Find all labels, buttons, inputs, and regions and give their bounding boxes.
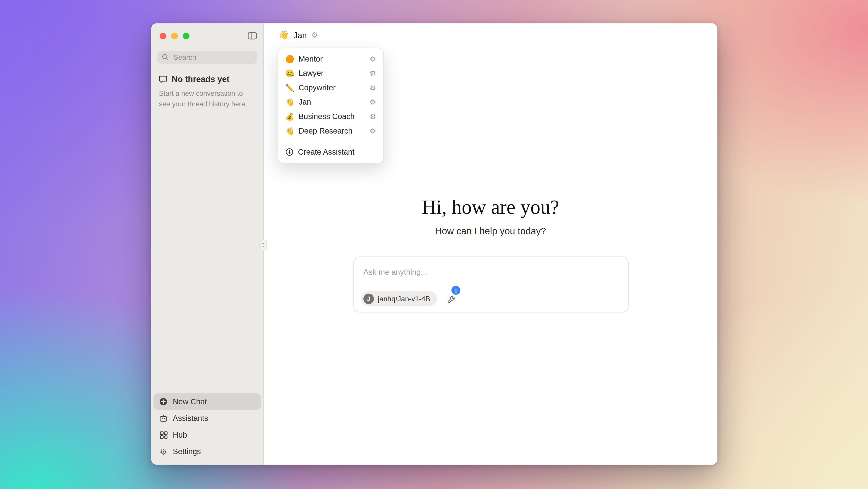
- menu-item-label: Business Coach: [299, 112, 355, 121]
- menu-item-label: Lawyer: [299, 69, 323, 78]
- gear-icon: ⚙: [159, 447, 168, 456]
- assistant-selector-button[interactable]: 👋 Jan ⚙: [279, 30, 318, 40]
- search-box[interactable]: [157, 51, 257, 64]
- greeting-subtitle: How can I help you today?: [264, 226, 717, 237]
- orange-circle-emoji-icon: 🟠: [285, 55, 294, 63]
- sidebar: No threads yet Start a new conversation …: [151, 23, 264, 465]
- greeting-block: Hi, how are you? How can I help you toda…: [264, 196, 717, 237]
- close-button[interactable]: [160, 33, 166, 39]
- tools-count-badge: 1: [452, 286, 460, 295]
- menu-item-mentor[interactable]: 🟠 Mentor ⚙: [281, 52, 380, 66]
- sidebar-resize-handle[interactable]: [260, 240, 267, 250]
- model-name-label: janhq/Jan-v1-4B: [378, 294, 430, 303]
- menu-item-business-coach[interactable]: 💰 Business Coach ⚙: [281, 109, 380, 124]
- window-controls: [151, 23, 263, 39]
- create-assistant-label: Create Assistant: [298, 147, 354, 156]
- wave-emoji-icon: 👋: [279, 30, 289, 40]
- assistant-gear-icon[interactable]: ⚙: [311, 31, 318, 39]
- gear-icon[interactable]: ⚙: [370, 69, 376, 77]
- menu-item-deep-research[interactable]: 👋 Deep Research ⚙: [281, 124, 380, 138]
- sidebar-item-label: New Chat: [173, 397, 207, 406]
- gear-icon[interactable]: ⚙: [370, 127, 376, 134]
- sidebar-item-label: Hub: [173, 430, 187, 439]
- wave-emoji-icon: 👋: [285, 98, 294, 106]
- desktop-background: No threads yet Start a new conversation …: [0, 0, 868, 489]
- plus-circle-icon: [285, 148, 293, 156]
- sidebar-item-label: Settings: [173, 447, 201, 456]
- sidebar-bottom-nav: New Chat Assistants: [151, 391, 263, 464]
- sidebar-item-assistants[interactable]: Assistants: [154, 410, 261, 427]
- assistant-name-label: Jan: [293, 30, 307, 40]
- menu-item-label: Jan: [299, 98, 311, 106]
- plus-circle-icon: [159, 397, 168, 406]
- model-selector-pill[interactable]: J janhq/Jan-v1-4B: [361, 292, 437, 306]
- menu-item-lawyer[interactable]: 🤐 Lawyer ⚙: [281, 66, 380, 80]
- grip-dots-icon: [262, 242, 265, 248]
- create-assistant-button[interactable]: Create Assistant: [281, 144, 380, 160]
- main-panel: 👋 Jan ⚙ 🟠 Mentor ⚙ 🤐 Lawyer ⚙ ✏️ Copywri…: [264, 23, 717, 465]
- assistant-robot-icon: [159, 414, 168, 423]
- menu-item-label: Deep Research: [299, 126, 352, 135]
- sidebar-item-settings[interactable]: ⚙ Settings: [154, 443, 261, 460]
- assistant-dropdown-menu: 🟠 Mentor ⚙ 🤐 Lawyer ⚙ ✏️ Copywriter ⚙ 👋 …: [278, 48, 384, 163]
- message-input[interactable]: [362, 267, 620, 277]
- wave-emoji-icon: 👋: [285, 127, 294, 135]
- menu-item-label: Mentor: [299, 54, 323, 63]
- gear-icon[interactable]: ⚙: [370, 113, 376, 120]
- sidebar-item-label: Assistants: [173, 414, 208, 423]
- money-bag-emoji-icon: 💰: [285, 112, 294, 120]
- menu-item-jan[interactable]: 👋 Jan ⚙: [281, 95, 380, 109]
- gear-icon[interactable]: ⚙: [370, 84, 376, 91]
- search-input[interactable]: [172, 53, 253, 62]
- pencil-emoji-icon: ✏️: [285, 83, 294, 92]
- sidebar-toggle-icon[interactable]: [248, 31, 257, 40]
- wrench-icon[interactable]: [446, 295, 456, 305]
- gear-icon[interactable]: ⚙: [370, 55, 376, 62]
- empty-state: No threads yet Start a new conversation …: [151, 64, 263, 109]
- menu-item-copywriter[interactable]: ✏️ Copywriter ⚙: [281, 80, 380, 95]
- menu-item-label: Copywriter: [299, 83, 336, 92]
- empty-state-title: No threads yet: [172, 74, 229, 84]
- sidebar-item-new-chat[interactable]: New Chat: [154, 393, 261, 410]
- model-avatar: J: [363, 294, 374, 304]
- zoom-button[interactable]: [183, 33, 189, 39]
- sidebar-item-hub[interactable]: Hub: [154, 427, 261, 443]
- hub-grid-icon: [159, 430, 168, 439]
- empty-state-description: Start a new conversation to see your thr…: [159, 89, 256, 109]
- gear-icon[interactable]: ⚙: [370, 98, 376, 105]
- face-emoji-icon: 🤐: [285, 69, 294, 78]
- chat-bubble-icon: [159, 75, 167, 83]
- search-icon: [162, 54, 169, 61]
- greeting-title: Hi, how are you?: [264, 196, 717, 218]
- app-window: No threads yet Start a new conversation …: [151, 23, 717, 465]
- menu-divider: [283, 141, 379, 141]
- minimize-button[interactable]: [171, 33, 178, 39]
- composer-card: J janhq/Jan-v1-4B 1: [353, 256, 629, 312]
